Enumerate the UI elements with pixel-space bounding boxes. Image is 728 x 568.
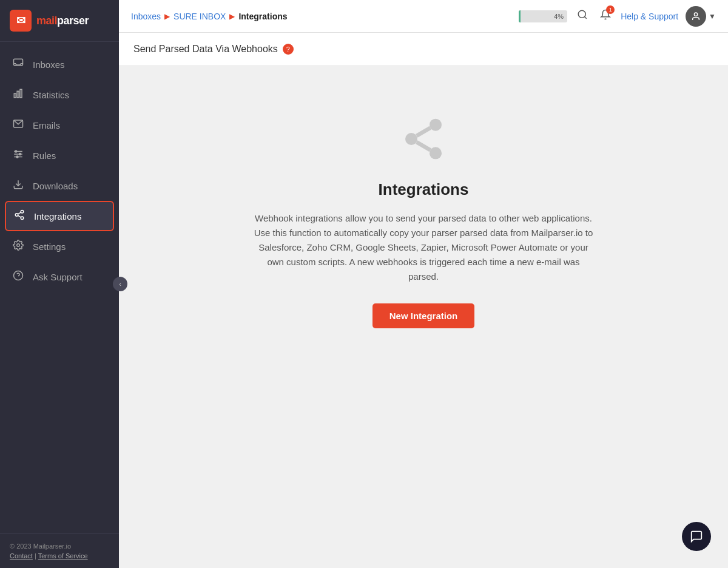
email-icon xyxy=(12,118,24,132)
progress-bar-fill xyxy=(519,10,521,22)
terms-link[interactable]: Terms of Service xyxy=(38,552,88,560)
sidebar-item-integrations[interactable]: Integrations xyxy=(5,201,114,231)
svg-line-21 xyxy=(585,16,587,18)
page-header: Send Parsed Data Via Webhooks ? xyxy=(119,33,728,66)
empty-state-title: Integrations xyxy=(379,180,469,199)
breadcrumb-arrow-1: ▶ xyxy=(164,12,170,21)
svg-point-14 xyxy=(21,217,24,220)
page-content: Send Parsed Data Via Webhooks ? Integrat… xyxy=(119,33,728,568)
sidebar-item-rules-label: Rules xyxy=(33,150,56,161)
svg-point-10 xyxy=(16,156,18,158)
breadcrumb-arrow-2: ▶ xyxy=(229,12,235,21)
support-icon xyxy=(12,270,24,283)
rules-icon xyxy=(12,149,24,162)
breadcrumb-sure-inbox[interactable]: SURE INBOX xyxy=(174,12,226,21)
progress-label: 4% xyxy=(554,13,564,20)
svg-rect-1 xyxy=(14,93,16,98)
svg-rect-3 xyxy=(20,89,22,98)
sidebar-item-settings-label: Settings xyxy=(33,242,66,252)
contact-link[interactable]: Contact xyxy=(10,552,33,560)
svg-point-20 xyxy=(578,10,585,18)
svg-line-15 xyxy=(18,215,21,217)
notification-button[interactable]: 1 xyxy=(598,7,613,25)
help-support-link[interactable]: Help & Support xyxy=(621,12,678,21)
user-dropdown-arrow[interactable]: ▼ xyxy=(709,12,716,21)
svg-line-26 xyxy=(417,142,431,150)
integrations-empty-state: Integrations Webhook integrations allow … xyxy=(119,66,728,365)
header: Inboxes ▶ SURE INBOX ▶ Integrations 4% 1… xyxy=(119,0,728,33)
svg-rect-0 xyxy=(14,59,23,66)
sidebar-item-integrations-label: Integrations xyxy=(34,211,81,221)
search-button[interactable] xyxy=(575,7,590,25)
svg-point-12 xyxy=(21,211,24,214)
sidebar-item-downloads[interactable]: Downloads xyxy=(0,171,119,201)
page-header-title: Send Parsed Data Via Webhooks xyxy=(133,44,278,55)
sidebar-item-ask-support[interactable]: Ask Support xyxy=(0,262,119,292)
chat-button[interactable] xyxy=(682,522,711,551)
inbox-icon xyxy=(12,58,24,71)
sidebar-item-emails[interactable]: Emails xyxy=(0,110,119,140)
svg-point-22 xyxy=(694,13,697,16)
svg-line-16 xyxy=(18,212,21,214)
sidebar-item-ask-support-label: Ask Support xyxy=(33,272,83,282)
logo-text: mailparser xyxy=(36,15,89,27)
logo-icon: ✉ xyxy=(10,10,32,32)
help-icon[interactable]: ? xyxy=(283,44,294,55)
progress-bar-container: 4% xyxy=(519,10,567,22)
svg-point-13 xyxy=(15,214,18,217)
share-icon xyxy=(13,209,25,223)
sidebar-item-inboxes[interactable]: Inboxes xyxy=(0,49,119,79)
svg-point-8 xyxy=(15,150,17,152)
header-right: 4% 1 Help & Support ▼ xyxy=(519,6,716,27)
nav-menu: Inboxes Statistics Emails Rules xyxy=(0,42,119,533)
sidebar-item-statistics[interactable]: Statistics xyxy=(0,79,119,110)
svg-point-23 xyxy=(430,119,442,131)
sidebar-item-inboxes-label: Inboxes xyxy=(33,59,65,70)
chart-icon xyxy=(12,88,24,101)
sidebar: ✉ mailparser Inboxes Statistics Emails xyxy=(0,0,119,568)
svg-point-24 xyxy=(405,133,417,145)
svg-point-9 xyxy=(19,154,21,155)
gear-icon xyxy=(12,240,24,253)
sidebar-item-downloads-label: Downloads xyxy=(33,181,78,191)
logo-area: ✉ mailparser xyxy=(0,0,119,42)
new-integration-button[interactable]: New Integration xyxy=(372,303,475,328)
svg-point-25 xyxy=(430,147,442,159)
sidebar-item-settings[interactable]: Settings xyxy=(0,231,119,262)
sidebar-footer: © 2023 Mailparser.io Contact | Terms of … xyxy=(0,533,119,568)
download-icon xyxy=(12,179,24,192)
svg-rect-2 xyxy=(17,91,19,98)
breadcrumb-integrations: Integrations xyxy=(238,12,287,21)
integrations-icon xyxy=(399,115,448,166)
copyright: © 2023 Mailparser.io xyxy=(10,543,109,550)
svg-point-17 xyxy=(17,244,20,247)
sidebar-item-statistics-label: Statistics xyxy=(33,90,69,100)
sidebar-item-emails-label: Emails xyxy=(33,120,60,130)
progress-bar: 4% xyxy=(519,10,567,22)
notification-badge: 1 xyxy=(606,5,615,14)
user-avatar[interactable] xyxy=(686,6,706,27)
collapse-sidebar-button[interactable]: ‹ xyxy=(113,277,127,291)
sidebar-item-rules[interactable]: Rules xyxy=(0,140,119,171)
empty-state-description: Webhook integrations allow you to send y… xyxy=(254,211,593,284)
main-content: Inboxes ▶ SURE INBOX ▶ Integrations 4% 1… xyxy=(119,0,728,568)
breadcrumb: Inboxes ▶ SURE INBOX ▶ Integrations xyxy=(131,12,514,21)
svg-line-27 xyxy=(417,128,431,136)
breadcrumb-inboxes[interactable]: Inboxes xyxy=(131,12,161,21)
